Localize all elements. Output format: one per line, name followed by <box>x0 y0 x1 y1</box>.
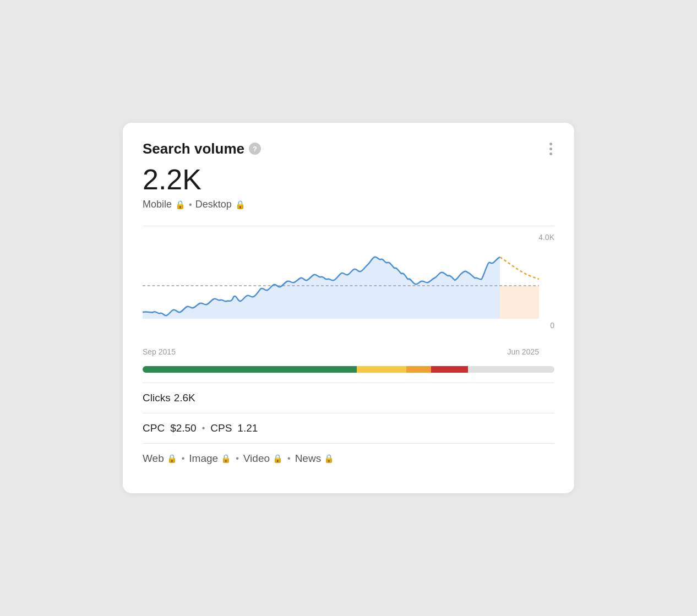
news-label: News <box>295 453 322 465</box>
x-axis-labels: Sep 2015 Jun 2025 <box>143 347 554 356</box>
web-lock-icon: 🔒 <box>167 454 177 464</box>
x-start-label: Sep 2015 <box>143 347 176 356</box>
clicks-row: Clicks 2.6K <box>143 383 554 413</box>
card-header: Search volume ? <box>143 140 554 157</box>
image-label: Image <box>189 453 218 465</box>
type-image: Image 🔒 <box>189 453 231 465</box>
chart-svg <box>143 242 539 330</box>
y-min-label: 0 <box>550 321 554 330</box>
mobile-lock-icon: 🔒 <box>175 200 186 210</box>
more-dot-2 <box>549 148 552 150</box>
card-title-row: Search volume ? <box>143 140 261 157</box>
mobile-label: Mobile <box>143 199 172 210</box>
type-web: Web 🔒 <box>143 453 177 465</box>
more-dot-3 <box>549 152 552 155</box>
pb-segment-green <box>143 366 357 373</box>
progress-bar <box>143 366 554 373</box>
cps-value: 1.21 <box>237 422 258 434</box>
device-separator-1: • <box>189 200 192 210</box>
pb-segment-red <box>431 366 468 373</box>
desktop-label: Desktop <box>195 199 232 210</box>
clicks-value: 2.6K <box>174 392 195 404</box>
news-lock-icon: 🔒 <box>324 454 334 464</box>
y-max-label: 4.0K <box>538 233 554 242</box>
cpc-cps-separator: • <box>202 423 205 433</box>
chart-svg-container <box>143 242 539 330</box>
pb-segment-gray <box>468 366 554 373</box>
cpc-cps-row: CPC $2.50 • CPS 1.21 <box>143 413 554 443</box>
card-title: Search volume <box>143 140 244 157</box>
type-sep-2: • <box>236 454 239 464</box>
cps-label: CPS <box>210 422 232 434</box>
type-sep-1: • <box>182 454 185 464</box>
search-volume-value: 2.2K <box>143 164 554 195</box>
cpc-value: $2.50 <box>170 422 197 434</box>
type-sep-3: • <box>287 454 291 464</box>
search-volume-card: Search volume ? 2.2K Mobile 🔒 • Desktop … <box>123 123 574 493</box>
more-dot-1 <box>549 143 552 145</box>
desktop-lock-icon: 🔒 <box>235 200 246 210</box>
pb-segment-yellow <box>357 366 406 373</box>
pb-segment-orange <box>406 366 431 373</box>
device-row: Mobile 🔒 • Desktop 🔒 <box>143 199 554 210</box>
video-label: Video <box>243 453 270 465</box>
image-lock-icon: 🔒 <box>221 454 231 464</box>
web-label: Web <box>143 453 164 465</box>
type-video: Video 🔒 <box>243 453 283 465</box>
top-divider <box>143 226 554 226</box>
clicks-label: Clicks <box>143 392 171 404</box>
help-icon[interactable]: ? <box>249 143 261 155</box>
chart-area: 4.0K 0 <box>143 233 554 343</box>
cpc-label: CPC <box>143 422 165 434</box>
type-news: News 🔒 <box>295 453 335 465</box>
types-row: Web 🔒 • Image 🔒 • Video 🔒 • News 🔒 <box>143 443 554 473</box>
x-end-label: Jun 2025 <box>507 347 539 356</box>
video-lock-icon: 🔒 <box>273 454 283 464</box>
more-options-button[interactable] <box>547 140 554 157</box>
